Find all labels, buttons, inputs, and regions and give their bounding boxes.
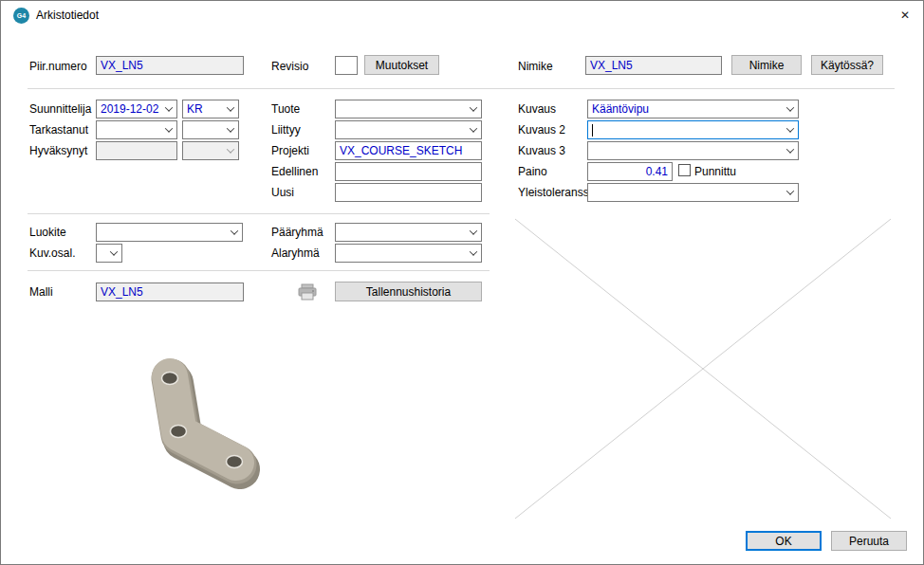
tuote-label: Tuote (271, 102, 300, 116)
hyvaksynyt-label: Hyväksynyt (29, 144, 87, 157)
malli-label: Malli (29, 285, 53, 299)
kuvaus2-combo[interactable] (587, 120, 799, 139)
chevron-down-icon[interactable] (160, 100, 176, 118)
dialog-title: Arkistotiedot (36, 9, 99, 22)
tarkastanut-initials-combo[interactable] (182, 120, 239, 139)
tuote-combo[interactable] (335, 100, 482, 118)
print-icon[interactable] (298, 283, 317, 301)
title-bar: G4 Arkistotiedot ✕ (1, 1, 923, 29)
kuv-osal-combo[interactable] (96, 244, 122, 263)
kuvaus3-label: Kuvaus 3 (518, 144, 565, 157)
liittyy-label: Liittyy (271, 123, 301, 137)
piir-numero-field[interactable] (96, 56, 244, 75)
hyvaksynyt-initials-combo[interactable] (182, 141, 239, 160)
liittyy-combo[interactable] (335, 120, 482, 139)
suunnittelija-label: Suunnittelija (29, 102, 91, 116)
hyvaksynyt-field[interactable] (96, 141, 177, 160)
chevron-down-icon[interactable] (782, 100, 798, 118)
chevron-down-icon[interactable] (465, 224, 481, 241)
chevron-down-icon[interactable] (465, 121, 481, 138)
close-button[interactable]: ✕ (887, 1, 923, 28)
revisio-label: Revisio (271, 60, 308, 73)
kuvaus3-combo[interactable] (587, 141, 799, 160)
paaryhma-label: Pääryhmä (271, 226, 323, 239)
tarkastanut-label: Tarkastanut (29, 123, 88, 137)
kuvaus-label: Kuvaus (518, 102, 556, 116)
kuvaus-combo[interactable]: Kääntövipu (587, 100, 799, 118)
paino-field[interactable] (587, 162, 673, 181)
chevron-down-icon[interactable] (160, 121, 176, 138)
peruuta-button[interactable]: Peruuta (831, 531, 907, 551)
suunnittelija-initials-value: KR (183, 102, 222, 116)
muutokset-button[interactable]: Muutokset (364, 55, 439, 75)
nimike-button[interactable]: Nimike (731, 55, 802, 75)
nimike-field[interactable] (585, 56, 722, 75)
luokite-label: Luokite (29, 226, 66, 239)
nimike-label: Nimike (518, 60, 553, 73)
suunnittelija-initials-combo[interactable]: KR (182, 100, 239, 118)
punnittu-checkbox[interactable] (678, 164, 691, 176)
chevron-down-icon[interactable] (782, 121, 798, 138)
separator-bottom (28, 270, 490, 271)
chevron-down-icon[interactable] (222, 100, 238, 118)
text-caret (592, 124, 593, 137)
piir-numero-label: Piir.numero (29, 60, 87, 73)
kuvaus-value: Kääntövipu (588, 102, 782, 116)
uusi-field[interactable] (335, 183, 482, 202)
suunnittelija-date-combo[interactable]: 2019-12-02 (96, 100, 177, 118)
edellinen-field[interactable] (335, 162, 482, 181)
revisio-field[interactable] (335, 56, 358, 75)
chevron-down-icon[interactable] (782, 142, 798, 159)
punnittu-label: Punnittu (694, 165, 736, 178)
luokite-combo[interactable] (96, 223, 243, 242)
tarkastanut-date-combo[interactable] (96, 120, 177, 139)
ok-button[interactable]: OK (746, 531, 822, 551)
tallennushistoria-button[interactable]: Tallennushistoria (335, 282, 482, 301)
kuv-osal-label: Kuv.osal. (29, 246, 75, 260)
chevron-down-icon[interactable] (222, 121, 238, 138)
alaryhma-combo[interactable] (335, 244, 482, 263)
chevron-down-icon[interactable] (465, 100, 481, 118)
yleistoleranssi-label: Yleistoleranssi (518, 186, 591, 199)
kaytossa-button[interactable]: Käytössä? (811, 55, 883, 75)
paino-label: Paino (518, 165, 547, 178)
archive-info-dialog: G4 Arkistotiedot ✕ Piir.numero Revisio M… (0, 0, 924, 565)
alaryhma-label: Alaryhmä (271, 246, 320, 260)
paaryhma-combo[interactable] (335, 223, 482, 242)
projekti-field[interactable] (335, 141, 482, 160)
chevron-down-icon[interactable] (465, 245, 481, 262)
separator-middle (28, 213, 490, 214)
suunnittelija-date-value: 2019-12-02 (97, 102, 160, 116)
chevron-down-icon[interactable] (222, 142, 238, 159)
separator-top (28, 88, 895, 89)
chevron-down-icon[interactable] (782, 184, 798, 201)
chevron-down-icon[interactable] (105, 245, 121, 262)
yleistoleranssi-combo[interactable] (587, 183, 799, 202)
kuvaus2-label: Kuvaus 2 (518, 123, 565, 137)
empty-preview-placeholder (513, 217, 893, 520)
app-icon: G4 (13, 8, 29, 24)
part-preview-image (96, 327, 323, 509)
uusi-label: Uusi (271, 186, 294, 199)
malli-field[interactable] (96, 282, 244, 301)
edellinen-label: Edellinen (271, 165, 318, 178)
chevron-down-icon[interactable] (226, 224, 242, 241)
projekti-label: Projekti (271, 144, 309, 157)
